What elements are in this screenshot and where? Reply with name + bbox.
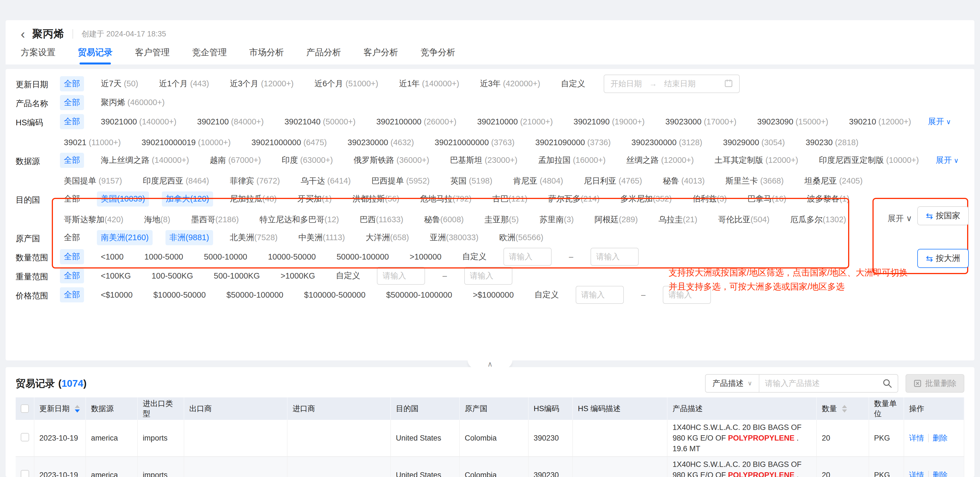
filter-chip[interactable]: 海上丝绸之路 (140000+) [97, 153, 193, 168]
sort-control[interactable] [75, 405, 80, 413]
filter-chip[interactable]: 危地马拉(792) [416, 191, 476, 207]
tab-客户分析[interactable]: 客户分析 [363, 46, 398, 64]
filter-chip[interactable]: 390210000 (21000+) [473, 115, 557, 128]
filter-chip[interactable]: $10000-50000 [150, 289, 210, 302]
filter-chip[interactable]: 圭亚那(5) [480, 212, 522, 227]
start-date-input[interactable]: 开始日期 [610, 78, 642, 89]
filter-chip[interactable]: 大洋洲(658) [362, 230, 413, 245]
filter-chip[interactable]: 39021090 (19000+) [570, 115, 649, 128]
filter-chip[interactable]: >$1000000 [469, 289, 518, 302]
filter-chip[interactable]: 39021000000 (6475) [248, 136, 331, 149]
filter-chip[interactable]: 500-1000KG [210, 269, 264, 282]
filter-all-chip[interactable]: 全部 [60, 153, 84, 168]
filter-chip[interactable]: 斯里兰卡 (3668) [722, 174, 788, 188]
filter-chip[interactable]: 50000-100000 [332, 250, 393, 263]
expand-link-hs-code[interactable]: 展开 ∨ [928, 116, 951, 127]
sort-control[interactable] [842, 405, 847, 413]
filter-chip[interactable]: 秘鲁(6008) [420, 212, 468, 227]
filter-chip[interactable]: 坦桑尼亚 (2405) [800, 174, 867, 188]
filter-all-chip[interactable]: 全部 [60, 76, 84, 91]
range-min-input[interactable]: 请输入 [503, 248, 552, 266]
filter-chip[interactable]: 近1个月 (443) [155, 76, 213, 91]
range-max-input[interactable]: 请输入 [464, 267, 512, 285]
filter-chip[interactable]: 近3个月 (12000+) [226, 76, 298, 91]
filter-chip[interactable]: $500000-1000000 [382, 289, 456, 302]
filter-chip[interactable]: 波多黎各(1) [803, 191, 853, 207]
filter-chip[interactable]: 伯利兹(3) [689, 191, 730, 207]
filter-chip[interactable]: 孟加拉国 (16000+) [534, 153, 609, 168]
filter-chip[interactable]: 近7天 (50) [97, 76, 142, 91]
filter-chip[interactable]: 390210000019 (10000+) [137, 136, 235, 149]
filter-chip[interactable]: 39021090000 (3736) [531, 136, 615, 149]
filter-all-chip[interactable]: 全部 [60, 230, 84, 245]
filter-chip[interactable]: 厄瓜多尔(1302) [786, 212, 850, 227]
delete-link[interactable]: 删除 [928, 471, 948, 477]
sort-desc-icon[interactable] [842, 410, 847, 413]
filter-all-chip[interactable]: 全部 [60, 114, 84, 129]
filter-chip[interactable]: 肯尼亚 (4804) [509, 174, 567, 188]
filter-chip[interactable]: <$10000 [97, 289, 137, 302]
detail-link[interactable]: 详情 [909, 434, 924, 442]
filter-chip[interactable]: 3902300000 (3128) [627, 136, 706, 149]
filter-chip[interactable]: <1000 [97, 250, 127, 263]
filter-chip[interactable]: 390230000 (4632) [344, 136, 418, 149]
filter-chip[interactable]: 南美洲(2160) [97, 230, 153, 245]
filter-chip[interactable]: 39029000 (3054) [719, 136, 789, 149]
filter-chip[interactable]: 3902100 (84000+) [193, 115, 268, 128]
filter-chip[interactable]: 加拿大(120) [162, 191, 213, 207]
filter-chip[interactable]: 亚洲(380033) [426, 230, 482, 245]
end-date-input[interactable]: 结束日期 [664, 78, 695, 89]
tab-市场分析[interactable]: 市场分析 [249, 46, 284, 64]
filter-all-chip[interactable]: 全部 [60, 95, 84, 110]
filter-chip[interactable]: 390230 (2818) [802, 136, 862, 149]
tab-产品分析[interactable]: 产品分析 [306, 46, 341, 64]
search-field-select[interactable]: 产品描述 ∨ [706, 375, 759, 392]
filter-chip[interactable]: 古巴(121) [488, 191, 531, 207]
filter-chip[interactable]: 海地(8) [140, 212, 174, 227]
filter-chip[interactable]: 阿根廷(289) [590, 212, 642, 227]
filter-chip[interactable]: >1000KG [277, 269, 319, 282]
custom-chip[interactable]: 自定义 [531, 287, 563, 302]
filter-chip[interactable]: $100000-500000 [300, 289, 369, 302]
filter-all-chip[interactable]: 全部 [60, 249, 84, 264]
filter-chip[interactable]: 1000-5000 [140, 250, 187, 263]
filter-chip[interactable]: 巴拿马(16) [744, 191, 791, 207]
search-input[interactable]: 请输入产品描述 [759, 378, 877, 389]
by-country-button[interactable]: ⇆ 按国家 [917, 206, 969, 225]
filter-chip[interactable]: 39023000 (17000+) [661, 115, 740, 128]
filter-chip[interactable]: 特立尼达和多巴哥(12) [256, 212, 343, 227]
detail-link[interactable]: 详情 [909, 471, 924, 477]
filter-chip[interactable]: 39021 (11000+) [60, 136, 125, 149]
filter-chip[interactable]: 乌拉圭(21) [655, 212, 702, 227]
filter-chip[interactable]: 北美洲(7528) [226, 230, 282, 245]
filter-chip[interactable]: 洪都拉斯(56) [348, 191, 404, 207]
filter-chip[interactable]: 乌干达 (6414) [297, 174, 355, 188]
filter-chip[interactable]: 多米尼加(352) [616, 191, 676, 207]
filter-chip[interactable]: 近6个月 (51000+) [310, 76, 382, 91]
tab-竞争分析[interactable]: 竞争分析 [420, 46, 455, 64]
filter-chip[interactable]: 哥斯达黎加(420) [60, 212, 127, 227]
filter-chip[interactable]: 聚丙烯 (460000+) [97, 95, 169, 110]
filter-chip[interactable]: 巴基斯坦 (23000+) [446, 153, 521, 168]
filter-chip[interactable]: >100000 [406, 250, 445, 263]
row-checkbox[interactable] [21, 433, 29, 442]
tab-贸易记录[interactable]: 贸易记录 [78, 46, 113, 64]
custom-chip[interactable]: 自定义 [332, 268, 364, 283]
filter-all-chip[interactable]: 全部 [60, 268, 84, 283]
back-icon[interactable]: ‹ [21, 27, 25, 40]
filter-chip[interactable]: 巴西提单 (5952) [368, 174, 434, 188]
filter-chip[interactable]: 尼日利亚 (4765) [580, 174, 646, 188]
filter-chip[interactable]: 3902100000 (26000+) [372, 115, 460, 128]
filter-chip[interactable]: 牙买加(1) [293, 191, 336, 207]
filter-chip[interactable]: 印度尼西亚定制版 (10000+) [815, 153, 923, 168]
filter-chip[interactable]: 丝绸之路 (12000+) [622, 153, 698, 168]
search-icon[interactable] [877, 379, 898, 388]
filter-chip[interactable]: 390210000000 (3763) [431, 136, 518, 149]
filter-chip[interactable]: <100KG [97, 269, 135, 282]
tab-客户管理[interactable]: 客户管理 [135, 46, 170, 64]
filter-all-chip[interactable]: 全部 [60, 287, 84, 302]
filter-chip[interactable]: 39023090 (15000+) [753, 115, 832, 128]
filter-chip[interactable]: 墨西哥(2186) [187, 212, 243, 227]
filter-chip[interactable]: 39021040 (50000+) [280, 115, 360, 128]
filter-chip[interactable]: 39021000 (140000+) [97, 115, 180, 128]
